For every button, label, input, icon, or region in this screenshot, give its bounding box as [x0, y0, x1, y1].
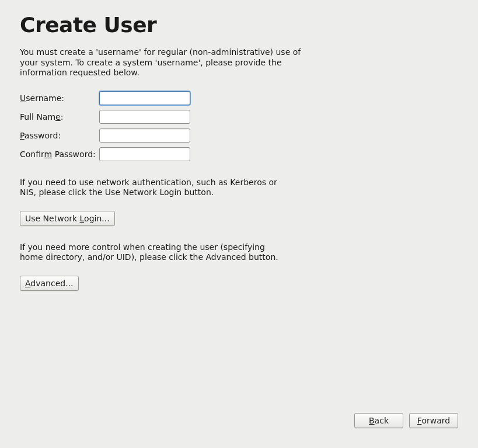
username-label: Username: [20, 93, 99, 103]
network-login-text: If you need to use network authenticatio… [20, 178, 288, 198]
user-form: Username: Full Name: Password: Confirm P… [20, 91, 458, 161]
fullname-label: Full Name: [20, 112, 99, 121]
password-label: Password: [20, 131, 99, 140]
password-input[interactable] [99, 129, 190, 143]
fullname-input[interactable] [99, 110, 190, 124]
intro-text: You must create a 'username' for regular… [20, 47, 312, 78]
confirm-password-input[interactable] [99, 147, 190, 161]
advanced-text: If you need more control when creating t… [20, 242, 288, 263]
nav-footer: Back Forward [354, 413, 458, 428]
username-input[interactable] [99, 91, 190, 105]
page-title: Create User [20, 13, 458, 37]
forward-button[interactable]: Forward [409, 413, 458, 428]
back-button[interactable]: Back [354, 413, 403, 428]
use-network-login-button[interactable]: Use Network Login... [20, 211, 115, 226]
confirm-password-label: Confirm Password: [20, 150, 99, 159]
advanced-button[interactable]: Advanced... [20, 276, 79, 291]
